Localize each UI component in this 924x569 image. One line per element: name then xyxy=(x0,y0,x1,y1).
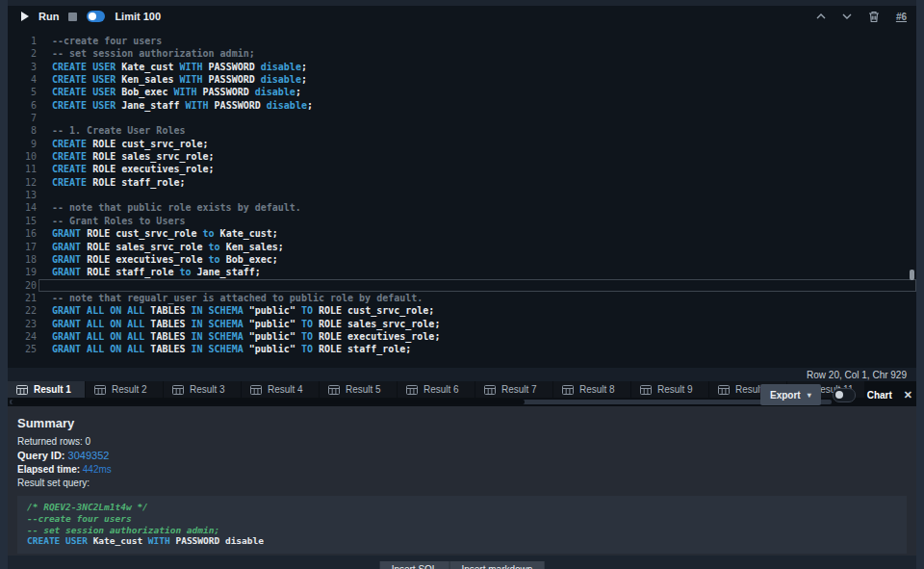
line-number: 25 xyxy=(8,343,52,355)
code-token: "public" xyxy=(249,305,301,316)
cursor-position-text: Row 20, Col 1, Chr 929 xyxy=(807,370,907,380)
code-text: GRANT ALL ON ALL TABLES IN SCHEMA "publi… xyxy=(52,304,916,317)
returned-rows-row: Returned rows: 0 xyxy=(8,434,916,448)
table-icon xyxy=(718,385,730,395)
table-icon xyxy=(94,385,106,395)
code-line[interactable]: 11CREATE ROLE executives_role; xyxy=(8,163,916,175)
table-icon xyxy=(562,385,574,395)
code-text: -- set session authorization admin; xyxy=(52,47,916,60)
code-line[interactable]: 21-- note that regualr_user is attached … xyxy=(8,292,916,304)
result-tab[interactable]: Result 3 xyxy=(164,381,241,398)
result-tab[interactable]: Result 4 xyxy=(242,381,319,398)
export-button[interactable]: Export▾ xyxy=(760,384,821,405)
code-text xyxy=(52,112,916,124)
code-token: -- note that public role exists by defau… xyxy=(52,202,301,213)
result-tab[interactable]: Result 8 xyxy=(553,381,630,398)
result-tab[interactable]: Result 7 xyxy=(475,381,552,398)
code-token: GRANT xyxy=(52,267,87,277)
code-line[interactable]: 10CREATE ROLE sales_srvc_role; xyxy=(8,150,916,163)
code-line[interactable]: 25GRANT ALL ON ALL TABLES IN SCHEMA "pub… xyxy=(8,343,916,355)
code-line[interactable]: 12CREATE ROLE staff_role; xyxy=(8,176,916,189)
code-token: WITH xyxy=(179,62,208,72)
code-token: disable xyxy=(255,87,295,97)
code-line[interactable]: 18GRANT ROLE executives_role to Bob_exec… xyxy=(8,253,916,266)
code-token: CREATE USER xyxy=(52,87,121,97)
stop-icon[interactable] xyxy=(68,13,77,21)
result-tab[interactable]: Result 6 xyxy=(398,381,475,398)
code-token: WITH xyxy=(148,535,176,546)
line-number: 5 xyxy=(8,86,52,98)
result-tab-label: Result 9 xyxy=(657,384,693,395)
code-line[interactable]: 24GRANT ALL ON ALL TABLES IN SCHEMA "pub… xyxy=(8,330,916,343)
query-id-link[interactable]: 3049352 xyxy=(68,450,110,461)
result-tab[interactable]: Result 2 xyxy=(86,381,163,398)
code-line[interactable]: 22GRANT ALL ON ALL TABLES IN SCHEMA "pub… xyxy=(8,304,916,317)
table-icon xyxy=(328,385,340,395)
code-token: GRANT ALL ON ALL xyxy=(52,319,150,329)
code-token: "public" xyxy=(249,331,301,342)
run-button[interactable]: Run xyxy=(38,11,59,22)
code-token: CREATE USER xyxy=(52,100,121,111)
code-line[interactable]: 8-- 1. Create User Roles xyxy=(8,124,916,137)
code-token: ; xyxy=(307,100,313,111)
chart-toggle[interactable] xyxy=(833,388,856,402)
code-token: TABLES xyxy=(150,305,191,316)
insert-sql-button[interactable]: Insert SQL xyxy=(380,561,450,569)
limit-label: Limit 100 xyxy=(115,11,161,22)
scrollbar-thumb[interactable] xyxy=(12,400,525,404)
chevron-down-icon[interactable] xyxy=(842,13,852,19)
code-token: CREATE xyxy=(52,177,92,188)
code-token: ROLE staff_role; xyxy=(319,344,411,354)
code-line[interactable]: 15-- Grant Roles to Users xyxy=(8,215,916,227)
chevron-up-icon[interactable] xyxy=(816,13,826,19)
vertical-scrollbar[interactable] xyxy=(910,270,914,280)
code-line[interactable]: 13 xyxy=(8,189,916,201)
code-line[interactable]: 6CREATE USER Jane_staff WITH PASSWORD di… xyxy=(8,99,916,112)
code-line[interactable]: 2-- set session authorization admin; xyxy=(8,47,916,60)
code-line[interactable]: 19GRANT ROLE staff_role to Jane_staff; xyxy=(8,266,916,278)
result-tab[interactable]: Result 5 xyxy=(320,381,397,398)
result-set-query-label: Result set query: xyxy=(17,478,90,488)
left-edge-rail xyxy=(0,0,8,569)
limit-toggle[interactable] xyxy=(87,11,105,22)
code-token: GRANT ALL ON ALL xyxy=(52,305,150,316)
code-line[interactable]: 4CREATE USER Ken_sales WITH PASSWORD dis… xyxy=(8,73,916,86)
code-token: ROLE sales_srvc_role; xyxy=(92,151,214,162)
code-line[interactable]: 1--create four users xyxy=(8,35,916,47)
result-tab[interactable]: Result 9 xyxy=(631,381,708,398)
code-line[interactable]: 16GRANT ROLE cust_srvc_role to Kate_cust… xyxy=(8,227,916,240)
line-number: 3 xyxy=(8,61,52,73)
sql-code-editor[interactable]: 1--create four users2-- set session auth… xyxy=(8,27,916,368)
code-token: ROLE executives_role; xyxy=(319,331,440,342)
line-number: 1 xyxy=(8,35,52,47)
code-text: GRANT ROLE staff_role to Jane_staff; xyxy=(52,266,916,278)
code-token: /* RQEV2-3NC2Lm1t4w */ xyxy=(27,502,148,512)
result-tab-label: Result 3 xyxy=(190,384,225,395)
code-line[interactable]: 5CREATE USER Bob_exec WITH PASSWORD disa… xyxy=(8,86,916,98)
shortcuts-icon[interactable]: #6 xyxy=(896,12,907,22)
code-token: Kate_cust xyxy=(93,535,148,546)
insert-markdown-button[interactable]: Insert markdown xyxy=(449,561,544,569)
close-results-icon[interactable]: ✕ xyxy=(904,389,912,401)
code-token: WITH xyxy=(179,74,208,85)
code-token: PASSWORD xyxy=(215,100,267,111)
code-line[interactable]: 17GRANT ROLE sales_srvc_role to Ken_sale… xyxy=(8,241,916,253)
code-token: CREATE xyxy=(52,139,92,149)
trash-icon[interactable] xyxy=(868,11,880,23)
code-token: TO xyxy=(301,331,319,342)
code-line[interactable]: 23GRANT ALL ON ALL TABLES IN SCHEMA "pub… xyxy=(8,318,916,330)
result-tab[interactable]: Result 1 xyxy=(8,381,85,398)
code-text: CREATE ROLE executives_role; xyxy=(52,163,916,175)
code-token: ROLE sales_srvc_role xyxy=(87,242,208,252)
line-number: 17 xyxy=(8,241,52,253)
code-line[interactable]: 14-- note that public role exists by def… xyxy=(8,201,916,214)
code-text: -- Grant Roles to Users xyxy=(52,215,916,227)
line-number: 2 xyxy=(8,47,52,60)
code-token: GRANT ALL ON ALL xyxy=(52,331,150,342)
code-token: ROLE cust_srvc_role; xyxy=(319,305,434,316)
code-line[interactable]: 7 xyxy=(8,112,916,124)
code-line[interactable]: 9CREATE ROLE cust_srvc_role; xyxy=(8,138,916,150)
code-line[interactable]: 3CREATE USER Kate_cust WITH PASSWORD dis… xyxy=(8,61,916,73)
code-text: GRANT ROLE executives_role to Bob_exec; xyxy=(52,253,916,266)
result-summary-panel: Summary Returned rows: 0 Query ID: 30493… xyxy=(8,406,916,556)
